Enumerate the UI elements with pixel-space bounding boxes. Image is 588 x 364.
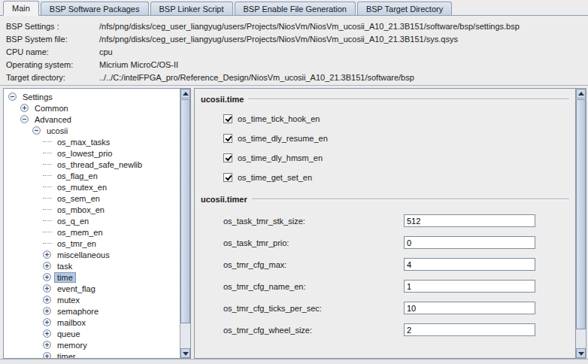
tree-expand-icon[interactable]	[43, 318, 51, 326]
tree-item-mutex[interactable]: mutex	[4, 294, 180, 305]
panel-scrollbar-thumb[interactable]	[576, 99, 586, 329]
tree-item-ucosii[interactable]: ucosii	[4, 125, 180, 136]
tab-bsp-enable-file-generation[interactable]: BSP Enable File Generation	[235, 2, 356, 15]
tree-item-label: Advanced	[32, 115, 74, 124]
tree-item-label: memory	[55, 341, 89, 350]
field-label-os_tmr_cfg_wheel_size: os_tmr_cfg_wheel_size:	[223, 326, 404, 335]
tree-expand-icon[interactable]	[43, 329, 51, 338]
tree-expand-icon[interactable]	[43, 262, 51, 270]
tree-expand-icon[interactable]	[43, 352, 51, 358]
input-os_tmr_cfg_wheel_size[interactable]	[404, 323, 535, 336]
tree-expand-icon[interactable]	[43, 284, 51, 293]
tree-vertical-scrollbar[interactable]	[180, 89, 190, 358]
arrow-down-icon	[183, 352, 189, 356]
arrow-up-icon	[578, 92, 584, 96]
tree-item-common[interactable]: Common	[4, 102, 180, 114]
tree-item-advanced[interactable]: Advanced	[4, 114, 180, 125]
tree-item-memory[interactable]: memory	[4, 339, 180, 350]
tree-item-os_q_en[interactable]: os_q_en	[4, 215, 180, 226]
tree-item-os_mutex_en[interactable]: os_mutex_en	[4, 181, 180, 193]
tree-collapse-icon[interactable]	[8, 93, 17, 101]
checkbox-row: os_time_get_set_en	[223, 171, 569, 184]
tree-item-timer[interactable]: timer	[4, 350, 180, 358]
tree-item-mailbox[interactable]: mailbox	[4, 317, 180, 328]
tree-item-event_flag[interactable]: event_flag	[4, 283, 180, 294]
tree-item-os_thread_safe_newlib[interactable]: os_thread_safe_newlib	[4, 159, 180, 170]
settings-tree-panel: Settings Common Advanced ucosii os_max_t…	[3, 88, 191, 359]
tree-item-task[interactable]: task	[4, 260, 180, 271]
field-row: os_task_tmr_stk_size:	[223, 214, 569, 227]
tree-item-os_mbox_en[interactable]: os_mbox_en	[4, 204, 180, 215]
checkbox-os_time_get_set_en[interactable]	[223, 173, 232, 182]
tab-main[interactable]: Main	[3, 1, 39, 16]
tree-item-os_lowest_prio[interactable]: os_lowest_prio	[4, 147, 180, 159]
field-label-os_task_tmr_prio: os_task_tmr_prio:	[223, 238, 404, 247]
tab-bsp-linker-script[interactable]: BSP Linker Script	[150, 2, 233, 15]
tree-item-label: os_lowest_prio	[55, 149, 114, 158]
input-os_tmr_cfg_max[interactable]	[404, 258, 535, 271]
field-row: os_tmr_cfg_ticks_per_sec:	[223, 302, 569, 314]
checkbox-row: os_time_dly_hmsm_en	[223, 152, 569, 164]
tree-collapse-icon[interactable]	[32, 126, 41, 135]
tree-item-label: queue	[55, 329, 83, 338]
tree-item-os_tmr_en[interactable]: os_tmr_en	[4, 238, 180, 249]
group-title-ucosii-timer: ucosii.timer	[201, 193, 569, 205]
tree-expand-icon[interactable]	[43, 296, 51, 304]
field-row: os_tmr_cfg_wheel_size:	[223, 323, 569, 336]
input-os_task_tmr_prio[interactable]	[404, 236, 535, 249]
scroll-up-button[interactable]	[576, 89, 586, 99]
input-os_task_tmr_stk_size[interactable]	[404, 214, 535, 227]
checkbox-label: os_time_dly_resume_en	[238, 134, 328, 143]
tree-item-queue[interactable]: queue	[4, 328, 180, 339]
tree-scrollbar-thumb[interactable]	[180, 99, 190, 323]
tree-item-label: timer	[55, 352, 77, 359]
tree-item-time[interactable]: time	[4, 271, 180, 283]
input-os_tmr_cfg_ticks_per_sec[interactable]	[404, 302, 535, 314]
info-row: Target directory: ../../C:/intelFPGA_pro…	[0, 71, 588, 84]
arrow-down-icon	[578, 352, 584, 356]
field-label-os_tmr_cfg_max: os_tmr_cfg_max:	[223, 260, 404, 269]
tree-item-label: os_q_en	[55, 217, 91, 226]
field-row: os_task_tmr_prio:	[223, 236, 569, 249]
settings-detail-panel: ucosii.time os_time_tick_hook_en os_time…	[194, 88, 576, 359]
info-row: Operating system: Micrium MicroC/OS-II	[0, 59, 588, 71]
field-row: os_tmr_cfg_name_en:	[223, 280, 569, 293]
tree-expand-icon[interactable]	[43, 341, 51, 349]
tree-item-miscellaneous[interactable]: miscellaneous	[4, 249, 180, 260]
info-row: BSP Settings : /nfs/png/disks/ceg_user_l…	[0, 20, 588, 33]
checkbox-row: os_time_tick_hook_en	[223, 113, 569, 125]
tree-expand-icon[interactable]	[20, 104, 29, 112]
arrow-up-icon	[183, 92, 189, 96]
scroll-down-button[interactable]	[180, 348, 190, 358]
checkbox-os_time_tick_hook_en[interactable]	[223, 114, 232, 123]
target-directory-value: ../../C:/intelFPGA_pro/Reference_Design/…	[99, 71, 414, 84]
tree-expand-icon[interactable]	[43, 250, 51, 259]
checkbox-os_time_dly_hmsm_en[interactable]	[223, 153, 232, 162]
checkbox-label: os_time_tick_hook_en	[238, 114, 320, 123]
tree-expand-icon[interactable]	[43, 273, 51, 281]
tree-item-settings[interactable]: Settings	[4, 91, 180, 102]
tree-expand-icon[interactable]	[43, 307, 51, 315]
horizontal-scrollbar[interactable]	[0, 359, 588, 364]
tree-item-label: miscellaneous	[55, 250, 112, 259]
operating-system-value: Micrium MicroC/OS-II	[99, 59, 178, 71]
tree-item-label: os_mem_en	[55, 228, 105, 237]
input-os_tmr_cfg_name_en[interactable]	[404, 280, 535, 293]
tab-bsp-software-packages[interactable]: BSP Software Packages	[41, 2, 149, 15]
tree-item-label: event_flag	[55, 284, 98, 293]
scroll-down-button[interactable]	[576, 348, 586, 358]
tree-item-os_sem_en[interactable]: os_sem_en	[4, 193, 180, 204]
checkbox-os_time_dly_resume_en[interactable]	[223, 134, 232, 143]
tree-item-os_flag_en[interactable]: os_flag_en	[4, 170, 180, 181]
tree-item-os_mem_en[interactable]: os_mem_en	[4, 226, 180, 238]
tree-collapse-icon[interactable]	[20, 115, 29, 123]
tree-item-label: os_thread_safe_newlib	[55, 160, 144, 169]
scroll-up-button[interactable]	[180, 89, 190, 99]
tab-bsp-target-directory[interactable]: BSP Target Directory	[357, 2, 452, 15]
tree-item-label: semaphore	[55, 307, 101, 316]
bsp-settings-label: BSP Settings :	[0, 20, 99, 33]
tree-item-semaphore[interactable]: semaphore	[4, 305, 180, 317]
tree-item-label: task	[55, 262, 74, 271]
tree-item-os_max_tasks[interactable]: os_max_tasks	[4, 136, 180, 147]
panel-vertical-scrollbar[interactable]	[576, 88, 586, 359]
